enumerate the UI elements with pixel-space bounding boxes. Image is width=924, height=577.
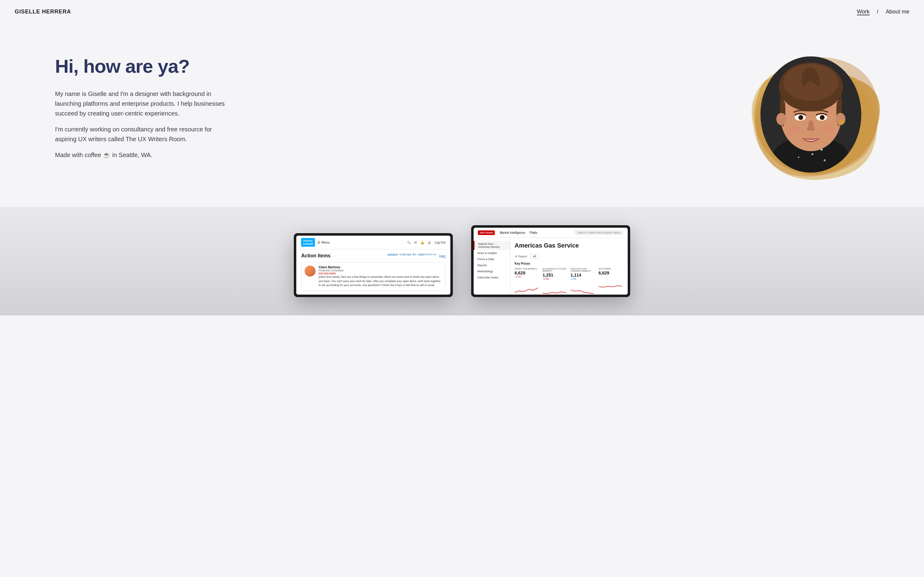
svg-point-19 [787,126,801,134]
sp-region-select: All [530,254,538,259]
svg-point-3 [811,153,813,155]
sp-houston-value: 1,114 [570,272,596,277]
nav-work[interactable]: Work [857,8,869,15]
hero-heading: Hi, how are ya? [55,56,233,77]
schwab-avatar [305,266,315,277]
sp-southern-value: 6,629 [599,271,624,276]
schwab-contact-title: Financial Consultant [318,269,442,272]
schwab-logo: charlesschwab ☰ Menu [301,238,330,247]
sp-price-algonquin: ALGONQUIN CITYGATE $/MMBTU 1,251 +0.08 [543,268,568,290]
hero-body: My name is Giselle and I'm a designer wi… [55,89,233,160]
sp-price-grid: HENRY HUB $/MMBTU 6,629 +1.08 ALGONQUIN … [515,268,624,290]
schwab-contact-name: Claire Martinez [318,266,442,269]
sp-algonquin-label: ALGONQUIN CITYGATE $/MMBTU [543,268,568,272]
hero-paragraph-3: Made with coffee ☕ in Seattle, WA. [55,150,233,160]
sp-henry-hub-value: 6,629 [515,271,540,276]
sp-henry-hub-change: +1.08 [515,276,540,278]
sp-price-houston: HOUSTON SHIP CHANNEL $/MMBTU 1,114 -0.28 [570,268,596,290]
sp-body: Natural Gas – Americas Service News & In… [473,238,628,295]
nav-divider: / [877,8,879,15]
schwab-device-frame: charlesschwab ☰ Menu 🔍 ✉ 🔔 🖨 Log Out Act… [294,233,453,297]
svg-point-20 [821,126,834,134]
svg-point-12 [839,120,844,125]
nav-about[interactable]: About me [886,8,909,15]
sp-nav-market-intelligence: Market Intelligence [499,231,525,234]
sp-sidebar-news: News & Insights [473,250,510,256]
sp-sidebar-reports: Reports [473,262,510,268]
sp-header: S&P Global Market Intelligence Platts Se… [473,228,628,238]
sp-logo: S&P Global [478,230,495,235]
sp-sidebar: Natural Gas – Americas Service News & In… [473,238,510,295]
portfolio-section: charlesschwab ☰ Menu 🔍 ✉ 🔔 🖨 Log Out Act… [0,207,924,315]
svg-point-17 [800,116,802,118]
sp-algonquin-change: +0.08 [543,277,568,280]
sp-henry-hub-chart [515,278,540,295]
hero-paragraph-1: My name is Giselle and I'm a designer wi… [55,89,233,118]
sp-region-label: ▼ Region: [515,255,527,258]
svg-point-6 [824,160,825,161]
schwab-contact-info: Claire Martinez Financial Consultant 800… [318,266,442,275]
svg-point-10 [776,113,786,125]
schwab-message-text: [client first name], here are a few thin… [318,275,442,288]
sp-houston-label: HOUSTON SHIP CHANNEL $/MMBTU [570,268,596,272]
sp-content: Americas Gas Service ▼ Region: All Key P… [510,238,628,295]
sp-sidebar-subscriber: Subscriber Notes [473,274,510,280]
sp-southern-label: SOUTHERN ... [599,268,624,270]
sp-algonquin-chart [543,280,568,295]
schwab-logout-label: Log Out [435,241,446,244]
sp-algonquin-value: 1,251 [543,272,568,277]
schwab-mail-icon: ✉ [414,241,417,244]
navigation: Work / About me [857,8,909,15]
hero-text-block: Hi, how are ya? My name is Giselle and I… [55,56,233,168]
sp-screen: S&P Global Market Intelligence Platts Se… [473,228,628,295]
schwab-logo-box: charlesschwab [301,238,315,247]
schwab-body: Action Items Updated: <H:M AM> ET. <MD/Y… [296,249,451,295]
sp-nav-items: Market Intelligence Platts [499,231,537,234]
logo: GISELLE HERRERA [15,8,71,15]
sp-price-southern: SOUTHERN ... 6,629 [599,268,624,290]
schwab-title: Action Items [301,253,331,259]
sp-houston-change: -0.28 [570,277,596,280]
sp-search-bar: Search Content and Explore Topics [574,230,624,235]
portrait-image [761,56,861,172]
schwab-search-icon: 🔍 [407,241,410,244]
hero-paragraph-2: I'm currently working on consultancy and… [55,124,233,144]
svg-point-5 [798,156,800,158]
sp-portfolio-item: S&P Global Market Intelligence Platts Se… [471,225,630,297]
schwab-print-icon: 🖨 [428,241,431,244]
hero-image-container [747,48,875,176]
sp-device-frame: S&P Global Market Intelligence Platts Se… [471,225,630,297]
schwab-bell-icon: 🔔 [420,241,424,244]
schwab-faq: FAQ [439,255,446,258]
schwab-header: charlesschwab ☰ Menu 🔍 ✉ 🔔 🖨 Log Out [296,235,451,249]
sp-sidebar-methodology: Methodology [473,268,510,274]
schwab-screen: charlesschwab ☰ Menu 🔍 ✉ 🔔 🖨 Log Out Act… [296,235,451,295]
schwab-nav-icons: 🔍 ✉ 🔔 🖨 Log Out [407,241,446,244]
sp-houston-chart [570,280,596,295]
hero-section: Hi, how are ya? My name is Giselle and I… [0,24,924,207]
sp-region-bar: ▼ Region: All [515,254,624,259]
schwab-menu-label: ☰ Menu [317,240,330,245]
sp-henry-hub-label: HENRY HUB $/MMBTU [515,268,540,270]
sp-sidebar-prices: Prices & Data [473,256,510,262]
sp-price-henry-hub: HENRY HUB $/MMBTU 6,629 +1.08 [515,268,540,290]
schwab-updated: Updated: <H:M AM> ET. <MD/YYYY> ↻ [387,253,436,256]
schwab-message-card: Claire Martinez Financial Consultant 800… [301,262,446,291]
header: GISELLE HERRERA Work / About me [0,0,924,24]
sp-nav-platts: Platts [530,231,537,234]
sp-price-section-title: Key Prices [515,262,624,265]
sp-content-title: Americas Gas Service [515,242,624,249]
schwab-portfolio-item: charlesschwab ☰ Menu 🔍 ✉ 🔔 🖨 Log Out Act… [294,233,453,297]
schwab-contact-phone: 800-808-8888 [318,272,442,275]
sp-southern-chart [599,276,624,295]
sp-sidebar-gas: Natural Gas – Americas Service [473,241,510,250]
svg-point-18 [822,116,824,118]
